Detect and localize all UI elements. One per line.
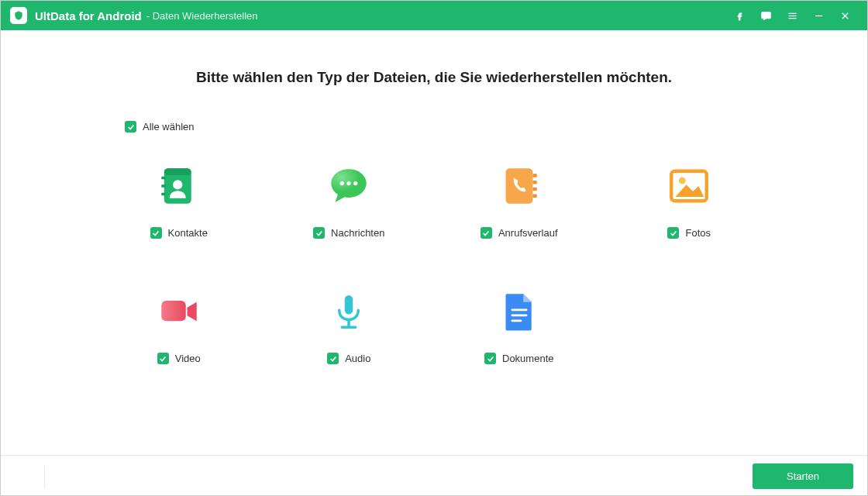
svg-point-12 [173, 180, 182, 189]
facebook-icon[interactable] [726, 1, 753, 30]
contacts-label: Kontakte [168, 227, 208, 239]
tile-documents[interactable]: Dokumente [434, 289, 604, 364]
messages-label: Nachrichten [331, 227, 384, 239]
tile-messages[interactable]: Nachrichten [264, 164, 435, 239]
tile-contacts[interactable]: Kontakte [94, 164, 264, 239]
documents-label: Dokumente [502, 353, 553, 364]
select-all-label: Alle wählen [143, 121, 195, 133]
photos-checkbox[interactable] [667, 227, 679, 239]
svg-rect-29 [511, 315, 527, 317]
messages-checkbox[interactable] [313, 227, 325, 239]
feedback-icon[interactable] [753, 1, 779, 30]
photos-label: Fotos [685, 227, 711, 239]
calls-icon [497, 164, 542, 208]
menu-icon[interactable] [779, 1, 805, 30]
close-icon[interactable] [832, 1, 858, 30]
audio-icon [326, 289, 371, 334]
select-all-row[interactable]: Alle wählen [125, 121, 797, 133]
contacts-checkbox[interactable] [150, 227, 162, 239]
documents-icon [497, 289, 542, 334]
svg-rect-19 [532, 181, 536, 184]
footer: Starten [1, 455, 867, 496]
documents-checkbox[interactable] [484, 353, 496, 364]
tile-video[interactable]: Video [94, 289, 264, 364]
tile-audio[interactable]: Audio [264, 289, 435, 364]
start-button[interactable]: Starten [753, 463, 853, 489]
tile-photos[interactable]: Fotos [604, 164, 775, 239]
svg-point-23 [679, 177, 686, 184]
home-button[interactable] [15, 466, 45, 487]
file-type-grid: Kontakte Nachrichten [94, 164, 774, 364]
minimize-icon[interactable] [805, 1, 832, 30]
svg-point-16 [353, 181, 357, 185]
audio-label: Audio [345, 353, 370, 364]
svg-point-14 [340, 181, 344, 185]
svg-rect-9 [161, 177, 165, 180]
page-headline: Bitte wählen den Typ der Dateien, die Si… [71, 69, 797, 86]
svg-point-15 [347, 181, 351, 185]
svg-rect-18 [532, 174, 536, 177]
app-logo-icon [10, 7, 27, 24]
video-label: Video [175, 353, 201, 364]
svg-rect-24 [161, 301, 186, 321]
svg-rect-30 [511, 320, 522, 322]
audio-checkbox[interactable] [327, 353, 339, 364]
calls-label: Anrufsverlauf [498, 227, 558, 239]
svg-rect-17 [505, 168, 532, 204]
select-all-checkbox[interactable] [125, 121, 136, 133]
calls-checkbox[interactable] [480, 227, 492, 239]
svg-rect-20 [532, 188, 536, 191]
app-subtitle: - Daten Wiederherstellen [146, 10, 258, 22]
tile-calls[interactable]: Anrufsverlauf [434, 164, 604, 239]
svg-rect-10 [161, 184, 165, 188]
video-icon [157, 289, 202, 334]
svg-rect-8 [164, 168, 191, 175]
svg-rect-0 [761, 12, 770, 18]
photos-icon [666, 164, 711, 208]
svg-rect-11 [161, 193, 165, 196]
contacts-icon [157, 164, 202, 208]
svg-rect-21 [532, 195, 536, 198]
messages-icon [326, 164, 371, 208]
svg-rect-25 [345, 295, 353, 315]
main-content: Bitte wählen den Typ der Dateien, die Si… [1, 30, 867, 455]
svg-rect-28 [511, 309, 527, 312]
app-title: UltData for Android [35, 9, 142, 22]
video-checkbox[interactable] [157, 353, 169, 364]
titlebar: UltData for Android - Daten Wiederherste… [1, 1, 867, 30]
